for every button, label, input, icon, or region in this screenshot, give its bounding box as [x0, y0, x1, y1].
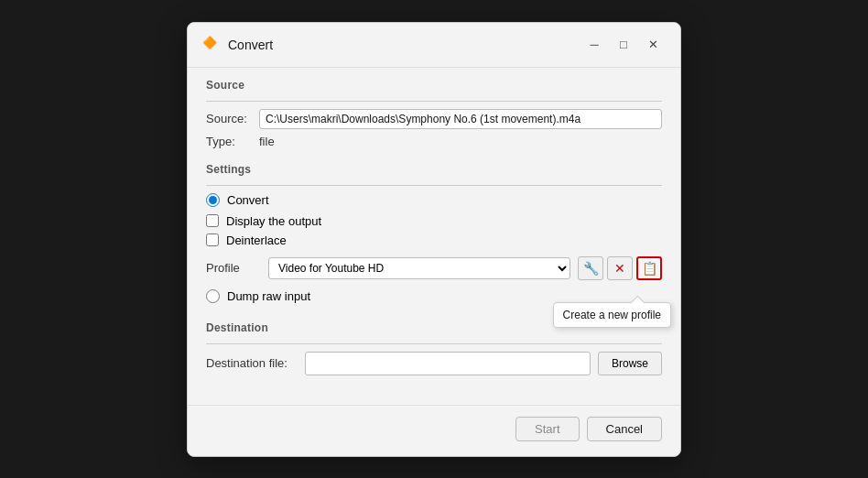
- title-bar-controls: ─ □ ✕: [581, 32, 666, 58]
- dest-file-label: Destination file:: [206, 356, 298, 370]
- convert-dialog: 🔶 Convert ─ □ ✕ Source Source: Type: fil…: [187, 22, 681, 457]
- profile-actions: 🔧 ✕ 📋 Create a new profile: [578, 256, 662, 280]
- dump-raw-radio[interactable]: [206, 289, 220, 303]
- vlc-icon: 🔶: [202, 36, 221, 54]
- convert-radio-row: Convert: [206, 193, 662, 207]
- profile-row: Profile Video for Youtube HD Video for M…: [206, 256, 662, 280]
- type-value: file: [259, 135, 275, 148]
- dialog-title: Convert: [228, 38, 273, 52]
- title-bar: 🔶 Convert ─ □ ✕: [188, 23, 680, 68]
- source-row: Source:: [206, 109, 662, 129]
- type-label: Type:: [206, 135, 252, 148]
- type-row: Type: file: [206, 135, 662, 148]
- profile-label: Profile: [206, 261, 261, 275]
- close-button[interactable]: ✕: [640, 32, 666, 58]
- deinterlace-row: Deinterlace: [206, 234, 662, 247]
- settings-section: Settings Convert Display the output Dein…: [206, 152, 662, 303]
- create-new-profile-tooltip: Create a new profile: [553, 302, 671, 328]
- source-label: Source:: [206, 112, 252, 125]
- deinterlace-checkbox[interactable]: [206, 234, 219, 246]
- dump-raw-label: Dump raw input: [227, 289, 310, 303]
- source-path-input[interactable]: [259, 109, 662, 129]
- deinterlace-label: Deinterlace: [226, 234, 287, 247]
- cancel-button[interactable]: Cancel: [587, 417, 662, 441]
- settings-section-label: Settings: [206, 152, 662, 181]
- minimize-button[interactable]: ─: [581, 32, 607, 58]
- profile-select[interactable]: Video for Youtube HD Video for MPEG4 720…: [268, 257, 570, 279]
- tooltip-text: Create a new profile: [563, 309, 661, 321]
- maximize-button[interactable]: □: [611, 32, 636, 58]
- convert-label: Convert: [227, 193, 269, 207]
- convert-radio[interactable]: [206, 193, 220, 207]
- destination-file-row: Destination file: Browse: [206, 352, 662, 375]
- profile-new-button[interactable]: 📋: [636, 256, 662, 280]
- profile-delete-button[interactable]: ✕: [607, 256, 633, 280]
- profile-edit-button[interactable]: 🔧: [578, 256, 603, 280]
- destination-divider: [206, 343, 662, 344]
- destination-file-input[interactable]: [305, 352, 591, 375]
- settings-divider: [206, 185, 662, 186]
- display-output-checkbox[interactable]: [206, 214, 219, 227]
- dialog-footer: Start Cancel: [188, 405, 680, 456]
- source-divider: [206, 101, 662, 102]
- browse-button[interactable]: Browse: [598, 352, 662, 375]
- display-output-row: Display the output: [206, 214, 662, 228]
- start-button[interactable]: Start: [515, 417, 579, 441]
- dialog-body: Source Source: Type: file Settings Conve…: [188, 68, 680, 397]
- source-section-label: Source: [206, 68, 662, 97]
- display-output-label: Display the output: [226, 214, 321, 228]
- title-bar-left: 🔶 Convert: [202, 36, 273, 54]
- dump-raw-row: Dump raw input: [206, 289, 662, 303]
